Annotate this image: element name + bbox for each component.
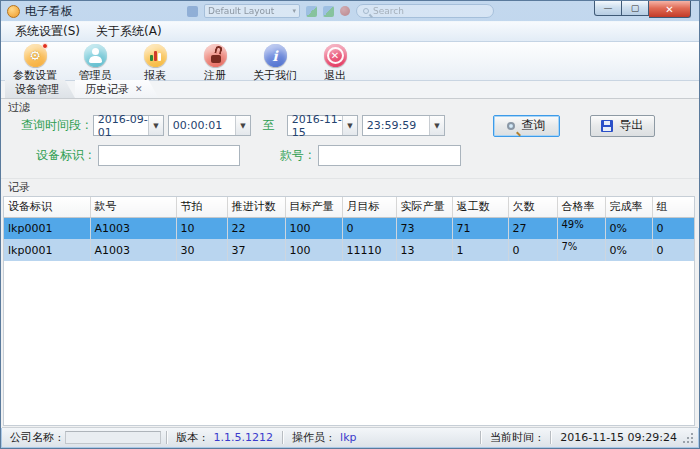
time-from-picker[interactable]: 00:00:01 ▼: [168, 115, 251, 136]
record-icon[interactable]: [340, 6, 350, 16]
layout-icon[interactable]: [187, 6, 198, 17]
load-layout-icon[interactable]: [323, 6, 334, 17]
filter-row-time: 查询时间段 : 2016-09-01 ▼ 00:00:01 ▼ 至 2016-1…: [1, 115, 699, 136]
search-icon: [363, 8, 369, 14]
column-header[interactable]: 推进计数: [227, 197, 285, 217]
app-window: 电子看板 Default Layout ▾ Search — ▢ ✕ 系统设置(…: [0, 0, 700, 449]
operator-value: lkp: [336, 431, 360, 444]
column-header[interactable]: 欠数: [508, 197, 557, 217]
column-header[interactable]: 返工数: [452, 197, 508, 217]
query-button-label: 查询: [521, 117, 545, 134]
toolbar-item-reports[interactable]: 报表: [129, 44, 181, 83]
table-row-selected[interactable]: lkp0001 A1003 10 22 100 0 73 71 27 49% 0…: [4, 217, 694, 239]
cell[interactable]: 10: [176, 217, 227, 239]
time-to-picker[interactable]: 23:59:59 ▼: [362, 115, 445, 136]
toolbar-item-administrator[interactable]: 管理员: [69, 44, 121, 83]
chevron-down-icon[interactable]: ▼: [148, 116, 163, 135]
date-to-picker[interactable]: 2016-11-15 ▼: [287, 115, 358, 136]
maximize-button[interactable]: ▢: [622, 1, 649, 16]
person-icon: [84, 44, 107, 67]
tab-label: 历史记录: [85, 82, 129, 97]
time-range-label: 查询时间段 :: [21, 117, 89, 134]
cell[interactable]: 1: [452, 239, 508, 261]
device-id-input[interactable]: [98, 145, 240, 166]
cell[interactable]: 0: [652, 239, 694, 261]
toolbar-item-label: 退出: [324, 68, 346, 83]
date-to-value: 2016-11-15: [288, 113, 342, 139]
column-header[interactable]: 款号: [90, 197, 176, 217]
cell[interactable]: 49%: [557, 217, 605, 239]
cell[interactable]: 13: [396, 239, 452, 261]
layout-combo[interactable]: Default Layout ▾: [204, 4, 300, 18]
cell[interactable]: 7%: [557, 239, 605, 261]
minimize-button[interactable]: —: [594, 1, 622, 16]
toolbar-item-parameter-settings[interactable]: ⚙ 参数设置: [9, 44, 61, 83]
save-icon: [601, 120, 613, 132]
filter-panel: 过滤 查询时间段 : 2016-09-01 ▼ 00:00:01 ▼ 至 201…: [1, 99, 699, 179]
title-bar[interactable]: 电子看板 Default Layout ▾ Search — ▢ ✕: [1, 1, 699, 21]
window-controls: — ▢ ✕: [594, 1, 691, 18]
chevron-down-icon[interactable]: ▼: [235, 116, 250, 135]
cell[interactable]: 73: [396, 217, 452, 239]
cell[interactable]: 0: [652, 217, 694, 239]
info-icon: i: [264, 44, 287, 67]
resize-grip[interactable]: [683, 432, 694, 443]
statusbar-separator: [166, 431, 167, 444]
gear-icon: ⚙: [24, 44, 47, 67]
menu-about-system[interactable]: 关于系统(A): [88, 21, 170, 42]
tab-device-management[interactable]: 设备管理: [5, 80, 75, 98]
toolbar-item-exit[interactable]: ✕ 退出: [309, 44, 361, 83]
tab-history-records[interactable]: 历史记录 ✕: [75, 80, 159, 98]
menu-system-settings[interactable]: 系统设置(S): [7, 21, 88, 42]
cell[interactable]: 0: [508, 239, 557, 261]
cell[interactable]: 71: [452, 217, 508, 239]
column-header[interactable]: 目标产量: [285, 197, 342, 217]
column-header[interactable]: 节拍: [176, 197, 227, 217]
company-name-label: 公司名称 :: [6, 430, 65, 445]
cell[interactable]: 100: [285, 239, 342, 261]
cell[interactable]: 0: [342, 217, 396, 239]
cell[interactable]: 0%: [605, 217, 652, 239]
company-name-value: [65, 431, 161, 444]
search-icon: [507, 122, 515, 130]
cell[interactable]: 100: [285, 217, 342, 239]
layout-combo-value: Default Layout: [208, 6, 274, 16]
style-number-input[interactable]: [318, 145, 461, 166]
statusbar-separator: [480, 431, 481, 444]
toolbar-item-label: 注册: [204, 68, 226, 83]
cell[interactable]: 11110: [342, 239, 396, 261]
close-button[interactable]: ✕: [649, 1, 691, 18]
column-header[interactable]: 合格率: [557, 197, 605, 217]
titlebar-search[interactable]: Search: [356, 4, 494, 18]
save-layout-icon[interactable]: [306, 6, 317, 17]
export-button[interactable]: 导出: [590, 115, 655, 137]
cell[interactable]: 37: [227, 239, 285, 261]
records-grid: 设备标识 款号 节拍 推进计数 目标产量 月目标 实际产量 返工数 欠数 合格率…: [3, 196, 695, 426]
column-header[interactable]: 月目标: [342, 197, 396, 217]
column-header[interactable]: 完成率: [605, 197, 652, 217]
toolbar-item-register[interactable]: 注册: [189, 44, 241, 83]
cell[interactable]: 30: [176, 239, 227, 261]
chevron-down-icon[interactable]: ▼: [429, 116, 444, 135]
cell[interactable]: lkp0001: [4, 217, 90, 239]
table-row[interactable]: lkp0001 A1003 30 37 100 11110 13 1 0 7% …: [4, 239, 694, 261]
unlock-icon: [204, 44, 227, 67]
cell[interactable]: 22: [227, 217, 285, 239]
column-header[interactable]: 实际产量: [396, 197, 452, 217]
date-from-picker[interactable]: 2016-09-01 ▼: [93, 115, 164, 136]
statusbar-separator: [282, 431, 283, 444]
to-label: 至: [263, 117, 275, 134]
cell[interactable]: 0%: [605, 239, 652, 261]
cell[interactable]: 27: [508, 217, 557, 239]
chevron-down-icon[interactable]: ▼: [342, 116, 357, 135]
tab-close-icon[interactable]: ✕: [135, 84, 143, 94]
version-label: 版本 :: [172, 430, 209, 445]
cell[interactable]: lkp0001: [4, 239, 90, 261]
cell[interactable]: A1003: [90, 217, 176, 239]
menu-bar: 系统设置(S) 关于系统(A): [1, 21, 699, 42]
cell[interactable]: A1003: [90, 239, 176, 261]
column-header[interactable]: 组: [652, 197, 694, 217]
column-header[interactable]: 设备标识: [4, 197, 90, 217]
query-button[interactable]: 查询: [493, 115, 560, 137]
toolbar-item-about-us[interactable]: i 关于我们: [249, 44, 301, 83]
